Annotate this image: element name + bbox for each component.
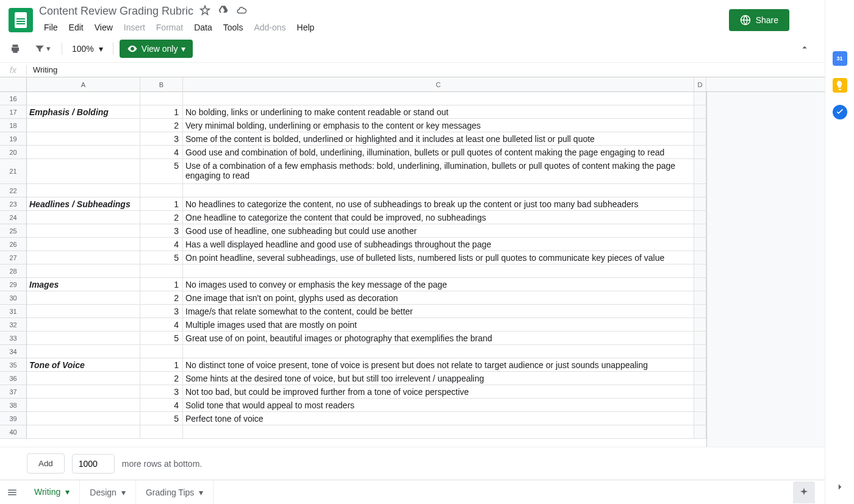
cell[interactable]: Very minimal bolding, underlining or emp… [183, 119, 694, 132]
row-header[interactable]: 22 [0, 184, 27, 197]
move-to-drive-icon[interactable] [218, 5, 229, 18]
row-header[interactable]: 37 [0, 385, 27, 399]
add-rows-count-input[interactable] [72, 454, 115, 474]
cell[interactable] [27, 132, 140, 146]
cell[interactable]: 3 [140, 385, 183, 399]
cell[interactable]: 2 [140, 291, 183, 305]
cell[interactable]: 5 [140, 412, 183, 425]
cell[interactable] [694, 425, 706, 439]
cell[interactable] [694, 211, 706, 224]
cell[interactable] [694, 146, 706, 159]
cell[interactable]: Use of a combination of a few emphasis m… [183, 159, 694, 184]
keep-sidepanel-icon[interactable] [833, 78, 847, 93]
row-header[interactable]: 29 [0, 278, 27, 291]
cell[interactable]: 1 [140, 105, 183, 119]
cell[interactable]: Images [27, 278, 140, 291]
cell[interactable] [27, 224, 140, 238]
cell[interactable] [27, 184, 140, 197]
cell[interactable]: Perfect tone of voice [183, 412, 694, 425]
cell[interactable] [694, 399, 706, 412]
cell[interactable]: 1 [140, 278, 183, 291]
cell[interactable] [27, 305, 140, 318]
cell[interactable]: Emphasis / Bolding [27, 105, 140, 119]
menu-format[interactable]: Format [151, 20, 188, 35]
cell[interactable] [27, 291, 140, 305]
cell[interactable]: 5 [140, 159, 183, 184]
cell[interactable] [694, 159, 706, 184]
explore-button[interactable] [793, 481, 815, 503]
cell[interactable] [140, 184, 183, 197]
cell[interactable] [140, 425, 183, 439]
row-header[interactable]: 39 [0, 412, 27, 425]
cell[interactable] [27, 251, 140, 264]
cell[interactable] [183, 425, 694, 439]
all-sheets-icon[interactable] [0, 487, 24, 498]
share-button[interactable]: Share [729, 9, 789, 31]
row-header[interactable]: 38 [0, 399, 27, 412]
cell[interactable] [694, 184, 706, 197]
cell[interactable]: Great use of on point, beautiful images … [183, 332, 694, 345]
tab-writing[interactable]: Writing▾ [24, 480, 80, 504]
cell[interactable] [694, 264, 706, 278]
menu-view[interactable]: View [90, 20, 118, 35]
row-header[interactable]: 34 [0, 345, 27, 358]
cell[interactable]: Some of the content is bolded, underline… [183, 132, 694, 146]
cell[interactable] [27, 92, 140, 105]
cell[interactable]: No images used to convey or emphasis the… [183, 278, 694, 291]
cell[interactable] [694, 412, 706, 425]
cell[interactable] [27, 146, 140, 159]
cell[interactable] [27, 425, 140, 439]
row-header[interactable]: 36 [0, 372, 27, 385]
menu-insert[interactable]: Insert [119, 20, 150, 35]
print-icon[interactable] [5, 40, 26, 58]
cell[interactable] [27, 399, 140, 412]
cell[interactable] [694, 278, 706, 291]
col-header-B[interactable]: B [140, 77, 183, 91]
row-header[interactable]: 17 [0, 105, 27, 119]
doc-title[interactable]: Content Review Grading Rubric [39, 5, 193, 18]
sheets-app-icon[interactable] [9, 8, 33, 32]
cell[interactable]: 5 [140, 251, 183, 264]
cell[interactable]: One image that isn't on point, glyphs us… [183, 291, 694, 305]
cell[interactable] [27, 264, 140, 278]
row-header[interactable]: 16 [0, 92, 27, 105]
cell[interactable]: 3 [140, 132, 183, 146]
cell[interactable] [694, 332, 706, 345]
cell[interactable] [694, 291, 706, 305]
col-header-C[interactable]: C [183, 77, 694, 91]
cell[interactable] [694, 119, 706, 132]
row-header[interactable]: 35 [0, 358, 27, 372]
cell[interactable] [140, 345, 183, 358]
row-header[interactable]: 21 [0, 159, 27, 184]
select-all-corner[interactable] [0, 77, 27, 91]
add-rows-button[interactable]: Add [27, 453, 65, 474]
cell[interactable] [27, 332, 140, 345]
cell[interactable]: Multiple images used that are mostly on … [183, 318, 694, 332]
cell[interactable] [183, 92, 694, 105]
cell[interactable]: 4 [140, 318, 183, 332]
cell[interactable]: Good use of headline, one subheading but… [183, 224, 694, 238]
cell[interactable]: One headline to categorize the content t… [183, 211, 694, 224]
cell[interactable] [694, 197, 706, 211]
menu-edit[interactable]: Edit [64, 20, 88, 35]
row-header[interactable]: 33 [0, 332, 27, 345]
cell[interactable]: 1 [140, 197, 183, 211]
menu-addons[interactable]: Add-ons [249, 20, 290, 35]
cell[interactable] [27, 159, 140, 184]
cell[interactable] [694, 305, 706, 318]
cell[interactable] [140, 264, 183, 278]
cell[interactable]: Some hints at the desired tone of voice,… [183, 372, 694, 385]
cell[interactable] [694, 372, 706, 385]
row-header[interactable]: 27 [0, 251, 27, 264]
cell[interactable]: 2 [140, 372, 183, 385]
menu-tools[interactable]: Tools [218, 20, 248, 35]
cell[interactable] [27, 211, 140, 224]
cell[interactable] [183, 264, 694, 278]
cell[interactable]: 2 [140, 211, 183, 224]
row-header[interactable]: 26 [0, 238, 27, 251]
cell[interactable]: 5 [140, 332, 183, 345]
cell[interactable]: No headlines to categorize the content, … [183, 197, 694, 211]
formula-bar[interactable]: Writing [27, 65, 57, 74]
cell[interactable] [694, 224, 706, 238]
row-header[interactable]: 32 [0, 318, 27, 332]
